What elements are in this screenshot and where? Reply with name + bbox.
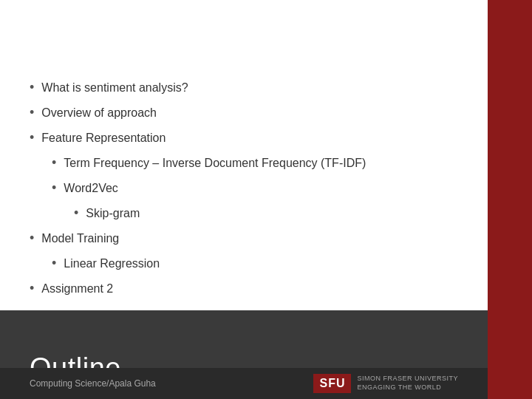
bullet-dot: • xyxy=(30,130,34,146)
bullet-text: Feature Representation xyxy=(41,129,166,147)
sfu-logo: SFU SIMON FRASER UNIVERSITY ENGAGING THE… xyxy=(313,374,458,393)
bullet-item: •Model Training xyxy=(30,230,458,248)
bullet-text: Model Training xyxy=(41,230,119,248)
sfu-tagline-line2: ENGAGING THE WORLD xyxy=(357,383,458,392)
bullet-dot: • xyxy=(30,105,34,120)
bullet-text: Linear Regression xyxy=(64,255,160,273)
bullet-dot: • xyxy=(52,155,56,171)
bullet-item: •What is sentiment analysis? xyxy=(30,79,458,97)
bullet-text: Assignment 2 xyxy=(41,280,113,298)
footer-left-text: Computing Science/Apala Guha xyxy=(30,378,156,389)
bullet-text: Overview of approach xyxy=(41,104,157,122)
bullet-dot: • xyxy=(52,256,56,271)
main-content: •What is sentiment analysis?•Overview of… xyxy=(0,0,488,399)
bullet-item: •Overview of approach xyxy=(30,104,458,122)
bullet-dot: • xyxy=(30,80,34,95)
sfu-tagline-line1: SIMON FRASER UNIVERSITY xyxy=(357,375,458,383)
bullet-item: •Linear Regression xyxy=(30,255,458,273)
bullet-dot: • xyxy=(52,180,56,196)
bullet-dot: • xyxy=(74,205,78,221)
bullet-text: What is sentiment analysis? xyxy=(41,79,188,97)
bullet-item: •Term Frequency – Inverse Document Frequ… xyxy=(30,154,458,172)
bullet-item: •Word2Vec xyxy=(30,180,458,197)
sfu-tagline: SIMON FRASER UNIVERSITY ENGAGING THE WOR… xyxy=(357,375,458,392)
bullet-item: •Skip-gram xyxy=(30,205,458,222)
bullet-text: Skip-gram xyxy=(86,205,140,222)
bullet-dot: • xyxy=(30,281,34,296)
footer: Computing Science/Apala Guha SFU SIMON F… xyxy=(0,368,488,399)
bullet-item: •Feature Representation xyxy=(30,129,458,147)
bullet-text: Term Frequency – Inverse Document Freque… xyxy=(64,154,366,172)
bullet-dot: • xyxy=(30,231,34,246)
bullet-item: •Assignment 2 xyxy=(30,280,458,298)
right-bar xyxy=(488,0,532,399)
sfu-label: SFU xyxy=(313,374,351,393)
bullet-text: Word2Vec xyxy=(64,180,118,197)
